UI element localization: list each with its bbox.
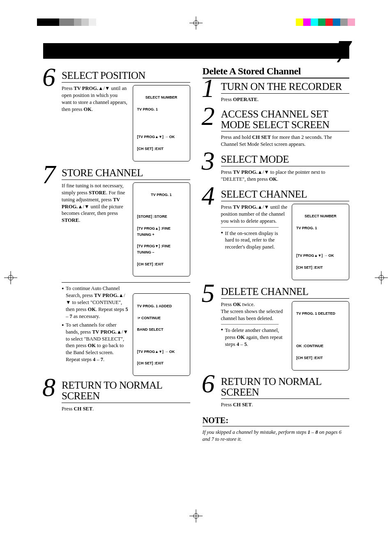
step-title: RETURN TO NORMAL SCREEN: [62, 380, 190, 402]
registration-mark-bottom: [189, 509, 203, 523]
step-number: 2: [202, 103, 215, 129]
step-3-select-mode: SELECT MODE 3 Press TV PROG.▲/▼ to place…: [203, 154, 350, 183]
step-title: SELECT MODE: [221, 154, 350, 165]
step-6-select-position: SELECT POSITION 6 Press TV PROG.▲/▼ unti…: [43, 70, 190, 161]
osd-deleted: TV PROG. 1 DELETED OK :CONTINUE [CH SET]…: [292, 301, 349, 371]
right-column: Delete A Stored Channel TURN ON THE RECO…: [203, 66, 350, 443]
step-title: SELECT POSITION: [62, 70, 190, 81]
step-7-store-channel: STORE CHANNEL 7 If fine tuning is not ne…: [43, 167, 190, 276]
printer-color-bars: [0, 18, 392, 30]
step-number: 3: [202, 148, 215, 174]
step-8-return-normal: RETURN TO NORMAL SCREEN 8 Press CH SET.: [43, 380, 190, 412]
step-number: 8: [42, 374, 55, 401]
step-number: 1: [202, 75, 215, 101]
step-4-select-channel: SELECT CHANNEL 4 Press TV PROG.▲/▼ until…: [203, 189, 350, 280]
step-title: TURN ON THE RECORDER: [221, 81, 350, 92]
note-title: NOTE:: [203, 416, 350, 425]
step-2-access-channel-set: ACCESS CHANNEL SET MODE SELECT SCREEN 2 …: [203, 109, 350, 148]
left-column: SELECT POSITION 6 Press TV PROG.▲/▼ unti…: [43, 66, 190, 443]
step-body: If fine tuning is not necessary, simply …: [62, 182, 129, 224]
step-title: RETURN TO NORMAL SCREEN: [221, 376, 350, 398]
osd-continue: TV PROG. 1 ADDED ☞ CONTINUE BAND SELECT …: [133, 293, 190, 376]
registration-mark-right: [375, 271, 388, 284]
step-1-turn-on: TURN ON THE RECORDER 1 Press OPERATE.: [203, 81, 350, 103]
step-title: DELETE CHANNEL: [221, 286, 350, 297]
step-title: STORE CHANNEL: [62, 167, 190, 179]
note-text: If you skipped a channel by mistake, per…: [203, 429, 350, 443]
osd-select-number-2: SELECT NUMBER TV PROG. 1 [TV PROG▲▼] → O…: [292, 204, 349, 280]
step-6-return-normal: RETURN TO NORMAL SCREEN 6 Press CH SET.: [203, 376, 350, 408]
note-block: NOTE: If you skipped a channel by mistak…: [203, 416, 350, 443]
step-number: 6: [202, 371, 215, 397]
step-5-delete-channel: DELETE CHANNEL 5 Press OK twice.The scre…: [203, 286, 350, 371]
section-heading: Delete A Stored Channel: [203, 66, 350, 77]
step-number: 6: [42, 64, 55, 90]
step-number: 5: [202, 280, 215, 306]
notes-after-step7: ●To continue Auto Channel Search, press …: [43, 285, 190, 376]
header-black-band: [43, 43, 349, 59]
osd-select-number: SELECT NUMBER TV PROG. 1 [TV PROG▲▼] → O…: [133, 85, 190, 161]
step-title: ACCESS CHANNEL SET MODE SELECT SCREEN: [221, 109, 350, 131]
step-number: 7: [42, 161, 55, 188]
step-number: 4: [202, 183, 215, 209]
registration-mark-left: [4, 271, 17, 284]
step-title: SELECT CHANNEL: [221, 189, 350, 200]
osd-store: TV PROG. 1 [STORE] :STORE [TV PROG▲] :FI…: [133, 182, 190, 276]
page-number: 7: [335, 33, 351, 70]
